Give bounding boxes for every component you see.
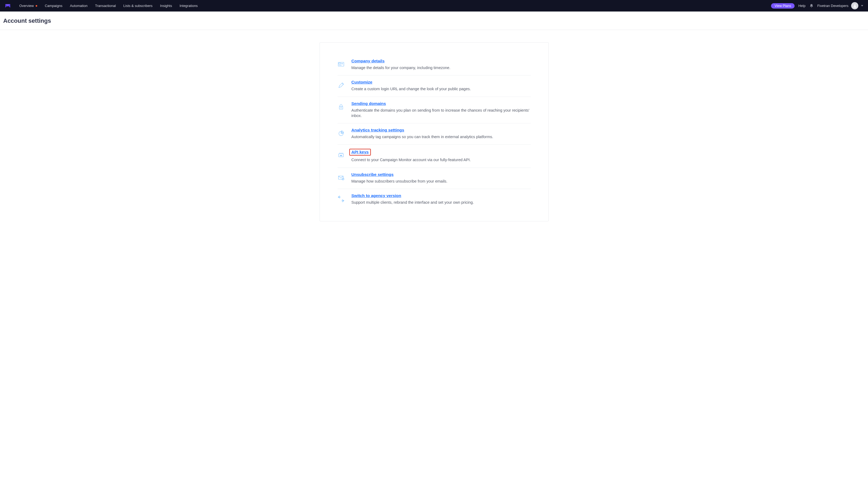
setting-text: Unsubscribe settings Manage how subscrib…: [351, 172, 531, 184]
nav-label: Lists & subscribers: [123, 4, 153, 8]
content-area: Company details Manage the details for y…: [0, 30, 868, 238]
main-nav: Overview Campaigns Automation Transactio…: [16, 0, 202, 11]
brand-logo[interactable]: [5, 3, 11, 9]
nav-label: Campaigns: [45, 4, 63, 8]
svg-point-5: [339, 65, 339, 66]
setting-customize: Customize Create a custom login URL and …: [337, 75, 531, 97]
view-plans-button[interactable]: View Plans: [771, 3, 795, 8]
avatar: [851, 2, 858, 9]
chevron-down-icon: [861, 5, 863, 6]
top-navbar: Overview Campaigns Automation Transactio…: [0, 0, 868, 11]
setting-description: Authenticate the domains you plan on sen…: [351, 107, 531, 119]
nav-automation[interactable]: Automation: [66, 0, 91, 11]
envelope-x-icon: [337, 172, 351, 181]
setting-description: Manage the details for your company, inc…: [351, 65, 531, 70]
nav-transactional[interactable]: Transactional: [91, 0, 120, 11]
page-header: Account settings: [0, 11, 868, 30]
setting-description: Automatically tag campaigns so you can t…: [351, 134, 531, 140]
topbar-right: View Plans Help Fivetran Developers: [771, 2, 865, 9]
lock-icon: [337, 101, 351, 110]
nav-campaigns[interactable]: Campaigns: [41, 0, 66, 11]
notification-dot-icon: [36, 5, 37, 7]
nav-label: Integrations: [180, 4, 198, 8]
highlight-annotation: API keys: [349, 149, 371, 155]
setting-text: Sending domains Authenticate the domains…: [351, 101, 531, 119]
svg-point-7: [341, 65, 341, 66]
user-menu[interactable]: Fivetran Developers: [817, 2, 865, 9]
nav-label: Overview: [19, 4, 34, 8]
help-link[interactable]: Help: [798, 4, 805, 8]
svg-point-6: [340, 65, 340, 66]
nav-label: Transactional: [95, 4, 116, 8]
svg-rect-9: [339, 106, 343, 109]
setting-unsubscribe: Unsubscribe settings Manage how subscrib…: [337, 168, 531, 189]
svg-rect-2: [338, 63, 341, 64]
notifications-bell-icon[interactable]: [809, 4, 814, 8]
setting-description: Create a custom login URL and change the…: [351, 86, 531, 92]
pencil-icon: [337, 80, 351, 89]
customize-link[interactable]: Customize: [351, 80, 372, 84]
nav-label: Automation: [70, 4, 88, 8]
setting-description: Connect to your Campaign Monitor account…: [351, 157, 531, 163]
setting-company-details: Company details Manage the details for y…: [337, 58, 531, 75]
arrows-icon: [337, 193, 351, 202]
company-card-icon: [337, 58, 351, 68]
settings-panel: Company details Manage the details for y…: [320, 42, 549, 221]
nav-label: Insights: [160, 4, 172, 8]
setting-text: Company details Manage the details for y…: [351, 58, 531, 70]
setting-text: API keys Connect to your Campaign Monito…: [351, 149, 531, 163]
setting-description: Support multiple clients, rebrand the in…: [351, 200, 531, 205]
api-keys-link[interactable]: API keys: [351, 150, 369, 154]
user-name: Fivetran Developers: [817, 4, 848, 8]
sending-domains-link[interactable]: Sending domains: [351, 101, 386, 106]
page-title: Account settings: [3, 17, 865, 24]
svg-point-0: [854, 4, 855, 6]
user-icon: [853, 4, 857, 8]
nav-lists[interactable]: Lists & subscribers: [119, 0, 156, 11]
nav-insights[interactable]: Insights: [156, 0, 176, 11]
company-details-link[interactable]: Company details: [351, 58, 385, 64]
setting-text: Customize Create a custom login URL and …: [351, 80, 531, 92]
setting-agency: Switch to agency version Support multipl…: [337, 189, 531, 205]
pie-chart-icon: [337, 128, 351, 137]
analytics-link[interactable]: Analytics tracking settings: [351, 128, 404, 132]
setting-sending-domains: Sending domains Authenticate the domains…: [337, 97, 531, 124]
nav-overview[interactable]: Overview: [16, 0, 41, 11]
setting-api-keys: API keys Connect to your Campaign Monito…: [337, 145, 531, 168]
nav-integrations[interactable]: Integrations: [176, 0, 202, 11]
unsubscribe-link[interactable]: Unsubscribe settings: [351, 172, 394, 177]
agency-link[interactable]: Switch to agency version: [351, 193, 401, 198]
setting-text: Switch to agency version Support multipl…: [351, 193, 531, 205]
setting-description: Manage how subscribers unsubscribe from …: [351, 178, 531, 184]
setting-analytics: Analytics tracking settings Automaticall…: [337, 123, 531, 145]
setting-text: Analytics tracking settings Automaticall…: [351, 128, 531, 140]
